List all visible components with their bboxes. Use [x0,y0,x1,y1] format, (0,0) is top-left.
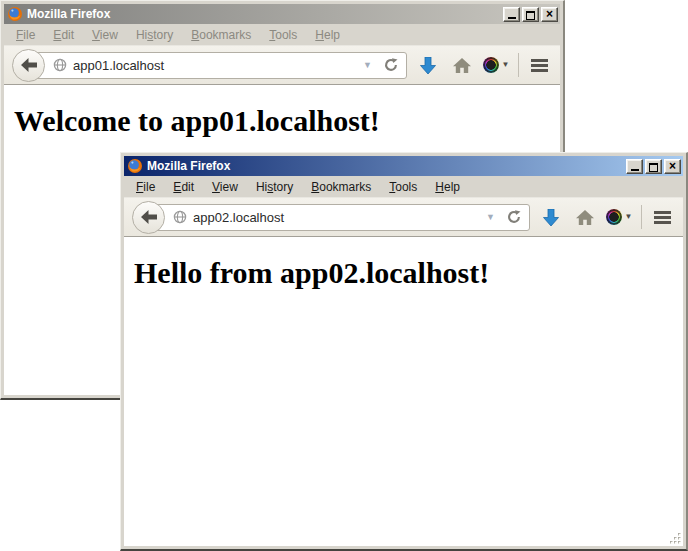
maximize-icon [649,163,658,172]
hamburger-icon [654,211,671,224]
resize-grip[interactable] [668,531,682,545]
globe-icon [53,58,67,72]
menu-bookmarks[interactable]: Bookmarks [302,177,380,197]
close-button[interactable]: × [664,159,681,174]
maximize-button[interactable] [645,159,662,174]
back-button[interactable] [132,201,165,234]
hamburger-icon [531,59,548,72]
colorwheel-extension-button[interactable]: ▼ [479,50,513,80]
menu-button[interactable] [524,50,554,80]
close-icon: × [542,8,557,21]
menu-tools[interactable]: Tools [260,25,306,45]
menu-edit[interactable]: Edit [44,25,83,45]
url-text: app01.localhost [73,58,354,73]
menu-button[interactable] [647,202,677,232]
window-controls: × [503,7,558,22]
reload-icon [384,58,398,72]
back-arrow-icon [141,210,157,224]
reload-button[interactable] [381,55,401,75]
downloads-icon [543,209,559,226]
page-heading: Welcome to app01.localhost! [14,104,560,138]
titlebar[interactable]: Mozilla Firefox × [124,156,683,176]
url-bar[interactable]: app02.localhost ▼ [148,204,530,231]
browser-window-app02: Mozilla Firefox × File Edit View History… [120,152,688,551]
menu-view[interactable]: View [83,25,127,45]
home-button[interactable] [568,202,602,232]
back-button[interactable] [12,49,45,82]
home-icon [576,210,594,225]
menu-history[interactable]: History [247,177,302,197]
window-title: Mozilla Firefox [27,4,499,24]
home-button[interactable] [445,50,479,80]
menu-help[interactable]: Help [306,25,349,45]
menu-file[interactable]: File [7,25,44,45]
navigation-toolbar: app02.localhost ▼ ▼ [124,197,683,237]
menu-file[interactable]: File [127,177,164,197]
menubar: File Edit View History Bookmarks Tools H… [124,176,683,197]
downloads-icon [420,57,436,74]
minimize-icon [508,17,516,19]
navigation-toolbar: app01.localhost ▼ ▼ [4,45,560,85]
url-bar[interactable]: app01.localhost ▼ [28,52,407,79]
page-heading: Hello from app02.localhost! [134,256,683,290]
toolbar-separator [641,205,642,229]
url-text: app02.localhost [193,210,477,225]
toolbar-separator [518,53,519,77]
page-content: Hello from app02.localhost! [124,237,683,546]
toolbar-buttons: ▼ [534,202,677,232]
back-arrow-icon [21,58,37,72]
menubar: File Edit View History Bookmarks Tools H… [4,24,560,45]
colorwheel-dropdown-icon: ▼ [502,61,510,69]
colorwheel-dropdown-icon: ▼ [625,213,633,221]
menu-view[interactable]: View [203,177,247,197]
close-icon: × [665,160,680,173]
maximize-icon [526,11,535,20]
window-controls: × [626,159,681,174]
downloads-button[interactable] [411,50,445,80]
colorwheel-icon [483,57,499,73]
downloads-button[interactable] [534,202,568,232]
window-title: Mozilla Firefox [147,156,622,176]
reload-button[interactable] [504,207,524,227]
firefox-icon[interactable] [127,158,143,174]
home-icon [453,58,471,73]
menu-help[interactable]: Help [426,177,469,197]
reload-icon [507,210,521,224]
menu-bookmarks[interactable]: Bookmarks [182,25,260,45]
titlebar[interactable]: Mozilla Firefox × [4,4,560,24]
menu-history[interactable]: History [127,25,182,45]
minimize-button[interactable] [503,7,520,22]
toolbar-buttons: ▼ [411,50,554,80]
minimize-icon [631,169,639,171]
maximize-button[interactable] [522,7,539,22]
firefox-icon[interactable] [7,6,23,22]
urlbar-dropdown-icon[interactable]: ▼ [360,59,375,72]
menu-edit[interactable]: Edit [164,177,203,197]
urlbar-dropdown-icon[interactable]: ▼ [483,211,498,224]
colorwheel-extension-button[interactable]: ▼ [602,202,636,232]
menu-tools[interactable]: Tools [380,177,426,197]
close-button[interactable]: × [541,7,558,22]
minimize-button[interactable] [626,159,643,174]
globe-icon [173,210,187,224]
colorwheel-icon [606,209,622,225]
